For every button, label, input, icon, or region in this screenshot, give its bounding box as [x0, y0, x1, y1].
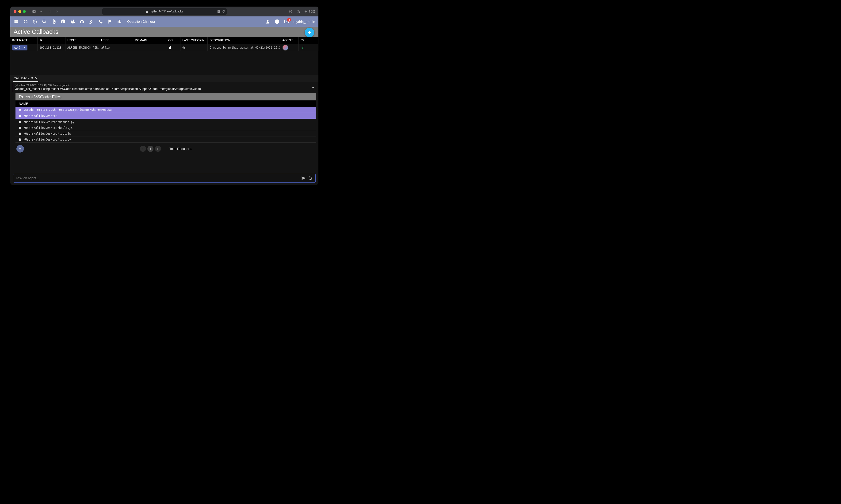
dashboard-icon[interactable] [117, 19, 122, 24]
tune-icon[interactable] [308, 176, 313, 180]
svg-point-29 [309, 177, 310, 177]
collapse-icon[interactable]: ⌃ [311, 86, 315, 91]
address-bar[interactable]: mythic:7443/new/callbacks 🅰︎ [102, 8, 227, 15]
operation-label[interactable]: Operation Chimera [127, 20, 155, 23]
name-column-header: NAME [16, 101, 316, 107]
th-user: USER [99, 37, 133, 44]
table-row[interactable]: 9 ▾ 192.168.1.128 ALFIES-MACBOOK-AIR.LO … [10, 44, 318, 51]
share-icon[interactable] [297, 10, 300, 13]
th-os: OS [166, 37, 180, 44]
th-last: LAST CHECKIN [180, 37, 208, 44]
add-task-button[interactable]: + [16, 145, 24, 152]
file-row[interactable]: /Users/alfie/Desktop [16, 113, 316, 119]
file-path: /Users/alfie/Desktop/test.js [23, 132, 71, 136]
recent-files-title: Recent VSCode Files [16, 93, 316, 101]
cell-last: 0s [180, 44, 208, 51]
callback-tab[interactable]: CALLBACK: 9 ✕ [13, 75, 38, 82]
nav-back-icon[interactable] [48, 9, 53, 14]
sidebar-toggle-icon[interactable] [32, 9, 37, 14]
callback-tab-strip: CALLBACK: 9 ✕ [10, 75, 318, 82]
interact-id: 9 [19, 46, 20, 49]
task-block: [Mon Mar 21 2022 18:15:40] / 32 / mythic… [13, 83, 316, 92]
svg-rect-16 [118, 20, 121, 20]
fingerprint-icon[interactable] [60, 19, 66, 24]
wifi-icon [301, 46, 305, 50]
browser-titlebar: mythic:7443/new/callbacks 🅰︎ [10, 6, 318, 16]
file-row[interactable]: /Users/alfie/Desktop/medusa.py [16, 119, 316, 125]
help-icon[interactable] [274, 19, 280, 24]
svg-rect-24 [17, 47, 17, 48]
search-icon[interactable] [42, 19, 47, 24]
close-window-icon[interactable] [14, 10, 16, 13]
svg-rect-15 [120, 22, 121, 23]
cell-c2 [299, 44, 318, 51]
window-controls [14, 10, 26, 13]
svg-rect-21 [15, 47, 15, 48]
phone-icon[interactable] [98, 19, 103, 24]
biohazard-icon[interactable] [32, 19, 38, 24]
file-path: /Users/alfie/Desktop/medusa.py [23, 120, 74, 124]
key-icon[interactable] [89, 19, 94, 24]
th-c2: C2 [299, 37, 318, 44]
svg-rect-9 [312, 12, 313, 13]
send-icon[interactable] [301, 176, 306, 180]
svg-rect-25 [15, 48, 17, 48]
svg-rect-10 [314, 12, 315, 13]
file-row[interactable]: vscode-remote://ssh-remote%2Bmythic/mnt/… [16, 107, 316, 113]
mail-icon[interactable]: 4 [284, 19, 289, 24]
cell-domain [133, 44, 166, 51]
socks-icon[interactable] [70, 19, 75, 24]
new-tab-icon[interactable] [304, 10, 308, 13]
folder-icon [19, 108, 22, 111]
close-tab-icon[interactable]: ✕ [35, 76, 38, 80]
svg-point-12 [92, 21, 92, 21]
pager-row: + ‹ 1 › Total Results: 1 [16, 143, 316, 154]
minimize-window-icon[interactable] [18, 10, 21, 13]
cell-os [166, 44, 180, 51]
notification-badge: 4 [287, 18, 291, 22]
svg-point-30 [311, 178, 312, 178]
th-desc: DESCRIPTION [208, 37, 281, 44]
account-icon[interactable] [265, 19, 270, 24]
keyboard-icon [14, 46, 18, 49]
cell-desc: Created by mythic_admin at 03/21/2022 15… [208, 44, 281, 51]
dropdown-icon[interactable]: ▾ [22, 46, 25, 49]
menu-icon[interactable] [14, 19, 19, 24]
attachment-icon[interactable] [51, 19, 56, 24]
flag-icon[interactable] [107, 19, 113, 24]
svg-rect-14 [119, 20, 120, 23]
recent-files-panel: Recent VSCode Files NAME vscode-remote:/… [16, 93, 316, 154]
task-input[interactable] [16, 176, 299, 180]
url-text: mythic:7443/new/callbacks [150, 10, 183, 13]
file-path: vscode-remote://ssh-remote%2Bmythic/mnt/… [23, 108, 112, 111]
th-host: HOST [66, 37, 99, 44]
tabs-overview-icon[interactable] [311, 10, 315, 13]
pager-prev-icon[interactable]: ‹ [140, 146, 146, 152]
callbacks-table: INTERACT IP HOST USER DOMAIN OS LAST CHE… [10, 37, 318, 51]
svg-rect-0 [33, 10, 35, 13]
apple-icon [168, 46, 172, 50]
download-icon[interactable] [289, 10, 292, 13]
add-callback-button[interactable]: + [305, 28, 314, 37]
page-title: Active Callbacks [14, 28, 58, 35]
camera-icon[interactable] [79, 19, 85, 24]
app-toolbar: Operation Chimera 4 mythic_admin [10, 16, 318, 27]
pager-next-icon[interactable]: › [155, 146, 161, 152]
cell-ip: 192.168.1.128 [38, 44, 66, 51]
file-icon [19, 126, 22, 129]
reload-icon[interactable] [222, 10, 225, 13]
maximize-window-icon[interactable] [23, 10, 26, 13]
file-row[interactable]: /Users/alfie/Desktop/test.js [16, 131, 316, 137]
file-row[interactable]: /Users/alfie/Desktop/test.py [16, 137, 316, 143]
file-row[interactable]: /Users/alfie/Desktop/hello.js [16, 125, 316, 131]
interact-button[interactable]: 9 ▾ [12, 45, 28, 51]
nav-forward-icon[interactable] [54, 9, 59, 14]
translate-icon[interactable]: 🅰︎ [217, 10, 220, 13]
th-agent: AGENT [281, 37, 299, 44]
headphones-icon[interactable] [23, 19, 28, 24]
chevron-down-icon[interactable] [38, 9, 43, 14]
username-label[interactable]: mythic_admin [293, 20, 315, 24]
file-icon [19, 138, 22, 141]
pager-total: Total Results: 1 [169, 147, 192, 151]
pager-page[interactable]: 1 [147, 146, 154, 152]
